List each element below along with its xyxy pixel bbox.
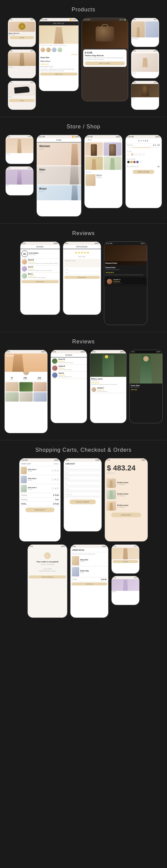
size-l[interactable] <box>138 153 141 156</box>
qty-minus-1[interactable]: - <box>52 469 54 472</box>
pli-3: Product name free shipping <box>106 501 146 510</box>
grid-item-4[interactable] <box>104 156 122 170</box>
review-avatar-2 <box>22 266 27 272</box>
order-detail-item-2: Pattern Bag $ 5.95 <box>70 566 108 578</box>
reviews-tab[interactable]: REVIEWS <box>21 245 60 249</box>
write-review-tab[interactable]: WRITE REVIEW <box>63 245 101 249</box>
watch-phone-small: 9:41 100% Watch Collection New arrivals … <box>8 18 36 47</box>
size-xs[interactable] <box>127 153 130 156</box>
small-phones-left: 9:41 100% Watch Collection New arrivals … <box>8 18 36 110</box>
qty-minus-2[interactable]: - <box>52 478 54 481</box>
checkout-phones-row-2: 9:41100% ✓ Your order is accepted! Order… <box>3 544 164 618</box>
buy-now-btn[interactable]: Buy Now <box>112 560 138 563</box>
qty-minus-3[interactable]: - <box>52 487 54 490</box>
products-phones-row: 9:41 100% Watch Collection New arrivals … <box>3 18 164 110</box>
reviews1-phones-row: 9:41100% REVIEWS CC CHANEL Chanel Paris … <box>3 241 164 325</box>
checkout-city: City <box>64 483 102 488</box>
checkout-section: Shopping Carts, Checkout & Orders 9:41 A… <box>0 440 167 625</box>
qty-3: - 1 + <box>52 487 59 490</box>
checkout-email: Email <box>64 472 102 477</box>
bag-desc: Lorem ipsum is simply dummy text of the … <box>85 57 125 61</box>
big-price-checkout-btn[interactable]: CHECKOUT <box>111 513 141 517</box>
order-detail-item-1: Stripe Skirt $ 57.95 <box>70 555 108 566</box>
avatar-row <box>39 47 78 53</box>
checkout-country: Country <box>64 488 102 493</box>
continue-shopping-btn[interactable]: Continue Shopping <box>29 576 66 579</box>
grid-item-2[interactable] <box>104 143 122 156</box>
qty-1: - 1 + <box>52 469 59 472</box>
add-to-cart-btn[interactable]: ADD TO CART <box>85 62 125 65</box>
small-phones-right: 9:41100% Chris Mulira 9:41100% Summer <box>131 18 159 110</box>
review-item-1: Sarah M. ★★★★★ Lorem ipsum dummy text of… <box>21 258 60 266</box>
checkout-form-phone: 9:41100% CHECKOUT Name Email Address <box>63 458 102 532</box>
store-main-phone: 9:41 PM 📶 100% STORE Woman 14 77 Man 14 … <box>36 135 81 217</box>
grid-item-3[interactable] <box>85 156 103 170</box>
store-section: Store / Shop 9:41100% Woman 9:41100% Sty… <box>0 117 167 223</box>
dark-review-overlay: Chanel Paris <box>104 261 147 265</box>
checkout-name: Name <box>64 466 102 471</box>
track-order-btn[interactable]: Track Order <box>71 583 107 586</box>
reviews2-list: Emma W. ★★★★★ Great collection this seas… <box>51 358 87 379</box>
size-xl[interactable] <box>142 153 145 156</box>
size-s[interactable] <box>131 153 134 156</box>
review-avatar-1 <box>22 259 27 265</box>
shop-btn-mini[interactable]: Shop <box>9 99 35 102</box>
view-btn-mini[interactable]: View All <box>10 36 34 39</box>
dark-avatar-1 <box>107 279 112 284</box>
write-review-btn[interactable]: Write Review <box>21 280 59 283</box>
r2-avatar-1 <box>52 359 58 364</box>
avatar-4 <box>58 48 62 52</box>
store-small-left: 9:41100% Woman 9:41100% Style <box>5 135 34 217</box>
checkout-button[interactable]: CHECKOUT <box>25 507 54 512</box>
reviews2-tab[interactable]: REVIEWS <box>51 353 87 358</box>
dark-review-1: Jennifer S. ★★★★★ Absolutely love it! <box>105 278 146 285</box>
reviews1-title: Reviews <box>3 230 164 237</box>
order-total: TOTAL $ 63.90 <box>70 578 108 582</box>
order-confirmed-content: ✓ Your order is accepted! Order has been… <box>28 548 67 575</box>
product-name: Stripe Skirt <box>40 57 49 59</box>
swatch-red[interactable] <box>133 161 136 163</box>
review2-item-2: Sophie R. ★★★★☆ Love the style and quali… <box>51 365 87 372</box>
qty-plus-2[interactable]: + <box>57 478 59 481</box>
store-tab[interactable]: STORE <box>37 138 81 143</box>
qty-plus-1[interactable]: + <box>57 469 59 472</box>
jacket-review-1: Isabella T. ★★★★★ Perfect fit and style. <box>90 386 126 394</box>
r2-avatar-2 <box>52 366 58 371</box>
cart-item-1: Order Item 1 $ 25.00 - 1 + <box>20 466 61 475</box>
range-thumb-left[interactable] <box>133 147 135 149</box>
swatch-black[interactable] <box>127 161 130 163</box>
swatch-white[interactable] <box>139 161 142 163</box>
total-row-final: TOTAL $ 75.00 <box>20 502 61 506</box>
colour-swatches <box>127 160 160 164</box>
stat-posts: 37 posts <box>10 377 13 380</box>
grid-item-1[interactable] <box>85 143 103 156</box>
add-cart-skirt[interactable]: Add to Cart <box>40 72 77 75</box>
profile-stats: 37 posts 306 followers 239 following <box>5 376 47 381</box>
stat-followers: 306 followers <box>23 377 27 380</box>
camo-phone: 9:41100% Camo Style New Collection ★★★★★ <box>129 350 163 423</box>
place-order-btn[interactable]: PLACE ORDER <box>69 499 96 504</box>
price-range-track[interactable] <box>128 147 159 148</box>
bag-status: 9:41 PM 100% 🔋 <box>82 18 128 22</box>
price-range: $ 10 - 200 <box>153 145 160 146</box>
review-star-input[interactable]: ★★★★★ <box>63 249 101 256</box>
reviewer-email-field: Email <box>64 272 100 275</box>
review2-item-3: Clara B. ★★★★★ Stunning collection, love… <box>51 372 87 379</box>
materials-filter: MATERIALS NIL <box>126 165 162 168</box>
checkout-sm-2: 9:41100% Wishlist <box>111 576 140 605</box>
submit-review-btn[interactable]: Submit Review <box>64 276 100 279</box>
desc-text: Lorem ipsum is simply dummy text of the … <box>39 68 78 71</box>
range-thumb-right[interactable] <box>148 147 151 149</box>
colour-filter: COLOUR <box>126 157 162 165</box>
bag-main-phone: 9:41 PM 100% 🔋 $ 5.95 Pattern Bag Woman … <box>81 18 128 101</box>
review-text-input[interactable]: Write your review... <box>64 259 100 267</box>
size-m[interactable] <box>135 153 137 156</box>
swatch-gold[interactable] <box>130 161 133 163</box>
jacket-phone: 9:41100% Military Jacket Chanel Paris ★★… <box>90 350 127 423</box>
qty-plus-3[interactable]: + <box>57 487 59 490</box>
swatch-blue[interactable] <box>136 161 139 163</box>
checkout-card: Card Number <box>64 493 102 498</box>
apply-filter-btn[interactable]: APPLY FILTER <box>133 170 154 174</box>
product-name-2: Product name <box>117 493 128 495</box>
shoes-phone-small: 9:41 100% Shoes Shop <box>8 81 36 110</box>
